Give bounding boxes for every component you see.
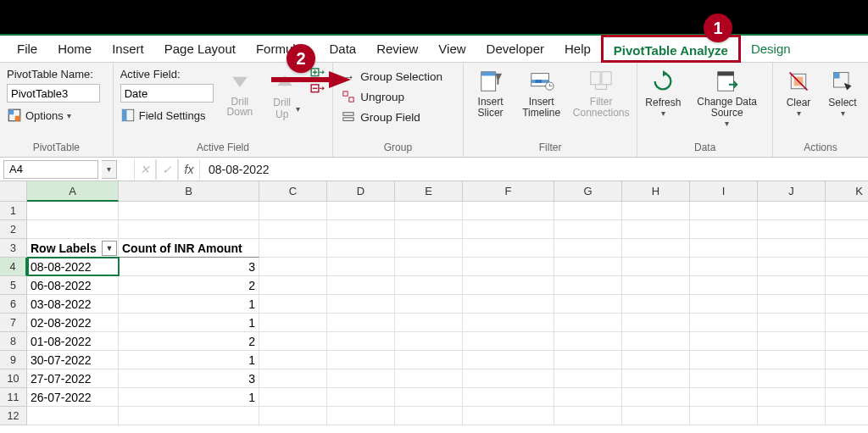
cell-K5[interactable] xyxy=(826,276,868,295)
cell-K11[interactable] xyxy=(826,388,868,407)
cell-J12[interactable] xyxy=(758,407,826,425)
name-box-dropdown[interactable]: ▾ xyxy=(102,160,117,179)
cell-G5[interactable] xyxy=(554,276,622,295)
cell-B7[interactable]: 1 xyxy=(119,314,259,332)
cell-D5[interactable] xyxy=(327,276,395,295)
row-header-6[interactable]: 6 xyxy=(0,295,27,314)
cell-K7[interactable] xyxy=(826,314,868,332)
tab-data[interactable]: Data xyxy=(319,36,366,62)
cell-J9[interactable] xyxy=(758,351,826,369)
filter-connections-button[interactable]: Filter Connections xyxy=(572,66,630,120)
cell-F2[interactable] xyxy=(463,220,554,239)
cell-F6[interactable] xyxy=(463,295,554,314)
cell-B3[interactable]: Count of INR Amount xyxy=(119,239,259,258)
cell-G3[interactable] xyxy=(554,239,622,258)
cell-I8[interactable] xyxy=(690,332,758,351)
row-labels-filter-dropdown[interactable]: ▼ xyxy=(102,241,117,256)
cell-H2[interactable] xyxy=(622,220,690,239)
row-header-7[interactable]: 7 xyxy=(0,314,27,332)
tab-view[interactable]: View xyxy=(428,36,476,62)
name-box-input[interactable] xyxy=(3,160,98,179)
cell-E2[interactable] xyxy=(395,220,463,239)
cell-H11[interactable] xyxy=(622,388,690,407)
cell-D8[interactable] xyxy=(327,332,395,351)
insert-timeline-button[interactable]: Insert Timeline xyxy=(517,66,565,120)
cell-A1[interactable] xyxy=(27,202,119,220)
column-header-A[interactable]: A xyxy=(27,181,119,202)
cell-B8[interactable]: 2 xyxy=(119,332,259,351)
ungroup-button[interactable]: Ungroup xyxy=(340,88,444,105)
cell-E5[interactable] xyxy=(395,276,463,295)
cell-F5[interactable] xyxy=(463,276,554,295)
cell-I1[interactable] xyxy=(690,202,758,220)
cell-D9[interactable] xyxy=(327,351,395,369)
cell-C12[interactable] xyxy=(259,407,327,425)
cell-J2[interactable] xyxy=(758,220,826,239)
cell-K9[interactable] xyxy=(826,351,868,369)
cell-A4[interactable]: 08-08-2022 xyxy=(27,258,119,276)
cell-C4[interactable] xyxy=(259,258,327,276)
cell-I5[interactable] xyxy=(690,276,758,295)
cell-J8[interactable] xyxy=(758,332,826,351)
cell-B4[interactable]: 3 xyxy=(119,258,259,276)
tab-insert[interactable]: Insert xyxy=(102,36,154,62)
cell-F11[interactable] xyxy=(463,388,554,407)
cell-A6[interactable]: 03-08-2022 xyxy=(27,295,119,314)
cell-I9[interactable] xyxy=(690,351,758,369)
row-header-10[interactable]: 10 xyxy=(0,369,27,388)
fx-icon[interactable]: fx xyxy=(178,159,200,180)
cell-J7[interactable] xyxy=(758,314,826,332)
cell-E10[interactable] xyxy=(395,369,463,388)
drill-down-button[interactable]: Drill Down xyxy=(220,66,259,119)
cell-K6[interactable] xyxy=(826,295,868,314)
cell-B6[interactable]: 1 xyxy=(119,295,259,314)
cell-F3[interactable] xyxy=(463,239,554,258)
cell-I3[interactable] xyxy=(690,239,758,258)
cell-G11[interactable] xyxy=(554,388,622,407)
cell-E4[interactable] xyxy=(395,258,463,276)
enter-formula-icon[interactable]: ✓ xyxy=(156,159,178,180)
row-header-3[interactable]: 3 xyxy=(0,239,27,258)
tab-help[interactable]: Help xyxy=(554,36,601,62)
cell-C10[interactable] xyxy=(259,369,327,388)
cell-H7[interactable] xyxy=(622,314,690,332)
cell-E3[interactable] xyxy=(395,239,463,258)
cell-C8[interactable] xyxy=(259,332,327,351)
row-header-1[interactable]: 1 xyxy=(0,202,27,220)
cell-K12[interactable] xyxy=(826,407,868,425)
cell-D10[interactable] xyxy=(327,369,395,388)
column-header-K[interactable]: K xyxy=(826,181,868,202)
cell-E1[interactable] xyxy=(395,202,463,220)
pivottable-options-button[interactable]: Options ▾ xyxy=(7,104,71,123)
cell-H9[interactable] xyxy=(622,351,690,369)
cell-D1[interactable] xyxy=(327,202,395,220)
cell-G8[interactable] xyxy=(554,332,622,351)
cell-K4[interactable] xyxy=(826,258,868,276)
cell-F4[interactable] xyxy=(463,258,554,276)
cell-I7[interactable] xyxy=(690,314,758,332)
row-header-11[interactable]: 11 xyxy=(0,388,27,407)
cell-B1[interactable] xyxy=(119,202,259,220)
cell-C9[interactable] xyxy=(259,351,327,369)
tab-file[interactable]: File xyxy=(7,36,47,62)
cell-H5[interactable] xyxy=(622,276,690,295)
cell-I4[interactable] xyxy=(690,258,758,276)
cell-J10[interactable] xyxy=(758,369,826,388)
cell-A11[interactable]: 26-07-2022 xyxy=(27,388,119,407)
row-header-4[interactable]: 4 xyxy=(0,258,27,276)
cell-G9[interactable] xyxy=(554,351,622,369)
cell-H3[interactable] xyxy=(622,239,690,258)
cell-E11[interactable] xyxy=(395,388,463,407)
row-header-12[interactable]: 12 xyxy=(0,407,27,425)
cell-K8[interactable] xyxy=(826,332,868,351)
cell-J5[interactable] xyxy=(758,276,826,295)
group-selection-button[interactable]: → Group Selection xyxy=(340,68,444,85)
cell-D3[interactable] xyxy=(327,239,395,258)
row-header-9[interactable]: 9 xyxy=(0,351,27,369)
tab-review[interactable]: Review xyxy=(366,36,428,62)
column-header-D[interactable]: D xyxy=(327,181,395,202)
cell-G1[interactable] xyxy=(554,202,622,220)
cell-H10[interactable] xyxy=(622,369,690,388)
cell-I12[interactable] xyxy=(690,407,758,425)
formula-input[interactable]: 08-08-2022 xyxy=(200,163,868,176)
